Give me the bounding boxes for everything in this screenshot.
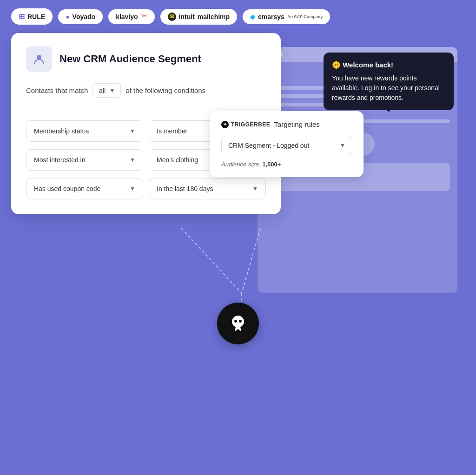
chevron-left-3: ▼ bbox=[130, 185, 135, 192]
logo-rule: ⊞ RULE bbox=[11, 8, 53, 25]
audience-label: Audience size: bbox=[221, 161, 261, 168]
logo-emarsys: ◈ emarsys An SAP Company bbox=[243, 9, 330, 24]
welcome-title-text: Welcome back! bbox=[343, 61, 393, 69]
welcome-body: You have new rewards points available. L… bbox=[332, 73, 445, 103]
logo-mailchimp-label: mailchimp bbox=[198, 13, 230, 20]
chevron-left-1: ▼ bbox=[130, 128, 135, 134]
svg-point-5 bbox=[239, 320, 242, 323]
contacts-prefix: Contacts that match bbox=[26, 86, 88, 94]
condition-left-2[interactable]: Most interested in ▼ bbox=[26, 149, 143, 171]
condition-left-2-label: Most interested in bbox=[34, 156, 86, 164]
triggerbee-badge: ✦ TRIGGERBEE bbox=[221, 121, 270, 128]
welcome-title: 🤫 Welcome back! bbox=[332, 60, 445, 71]
welcome-emoji: 🤫 bbox=[332, 61, 341, 69]
logo-voyado: ● Voyado bbox=[58, 9, 103, 24]
condition-left-1[interactable]: Membership status ▼ bbox=[26, 120, 143, 142]
segment-dropdown[interactable]: CRM Segment - Logged out ▼ bbox=[221, 136, 352, 155]
match-value: all bbox=[99, 86, 106, 94]
condition-left-1-label: Membership status bbox=[34, 127, 89, 135]
logo-rule-label: RULE bbox=[27, 13, 45, 20]
divider bbox=[26, 109, 266, 109]
triggerbee-mini-icon: ✦ bbox=[221, 121, 229, 128]
chevron-right-3: ▼ bbox=[252, 185, 258, 192]
segment-value: CRM Segment - Logged out bbox=[228, 142, 309, 149]
logo-voyado-label: Voyado bbox=[73, 13, 96, 20]
condition-left-3[interactable]: Has used coupon code ▼ bbox=[26, 178, 143, 199]
brand-label: TRIGGERBEE bbox=[231, 121, 270, 128]
targeting-title: Targeting rules bbox=[274, 120, 319, 128]
condition-right-3-label: In the last 180 days bbox=[157, 185, 213, 192]
svg-point-4 bbox=[234, 320, 237, 323]
chevron-left-2: ▼ bbox=[130, 157, 135, 163]
logo-emarsys-label: emarsys bbox=[258, 13, 284, 20]
logo-mailchimp: ✉ intuit mailchimp bbox=[160, 9, 237, 25]
audience-text: Audience size: 1,500+ bbox=[221, 161, 352, 168]
contacts-row: Contacts that match all ▼ of the followi… bbox=[26, 83, 266, 98]
condition-right-1-label: Is member bbox=[157, 127, 187, 135]
logo-klaviyo: klaviyo ™ bbox=[108, 9, 154, 24]
condition-row-3: Has used coupon code ▼ In the last 180 d… bbox=[26, 178, 266, 199]
targeting-header: ✦ TRIGGERBEE Targeting rules bbox=[221, 120, 352, 128]
condition-left-3-label: Has used coupon code bbox=[34, 185, 100, 192]
top-bar: ⊞ RULE ● Voyado klaviyo ™ ✉ intuit mailc… bbox=[0, 0, 476, 33]
contacts-suffix: of the following conditions bbox=[126, 86, 205, 94]
segment-chevron: ▼ bbox=[340, 142, 345, 149]
match-dropdown[interactable]: all ▼ bbox=[93, 83, 121, 98]
avatar-icon bbox=[26, 46, 52, 72]
match-chevron: ▼ bbox=[109, 87, 115, 94]
welcome-tooltip: 🤫 Welcome back! You have new rewards poi… bbox=[324, 53, 454, 110]
main-area: 👤 ♡ 🔒 🤫 Welcome back! bbox=[0, 33, 476, 214]
logo-klaviyo-label: klaviyo bbox=[116, 13, 138, 20]
card-title: New CRM Audience Segment bbox=[60, 53, 201, 65]
targeting-card: ✦ TRIGGERBEE Targeting rules CRM Segment… bbox=[210, 111, 364, 177]
card-header: New CRM Audience Segment bbox=[26, 46, 266, 72]
triggerbee-circle bbox=[217, 303, 259, 344]
audience-value: 1,500+ bbox=[262, 161, 281, 168]
condition-right-3[interactable]: In the last 180 days ▼ bbox=[149, 178, 266, 199]
condition-right-2-label: Men's clothing bbox=[157, 156, 198, 164]
svg-line-1 bbox=[181, 228, 242, 293]
svg-point-0 bbox=[37, 55, 41, 59]
